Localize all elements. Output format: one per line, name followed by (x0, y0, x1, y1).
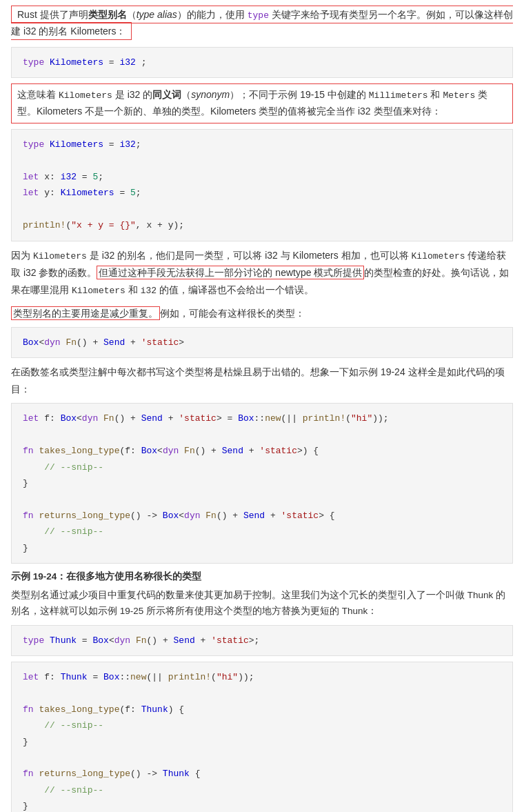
caption1-desc-text: 类型别名通过减少项目中重复代码的数量来使其更加易于控制。这里我们为这个冗长的类型… (11, 590, 505, 616)
para3-section: 因为 Kilometers 是 i32 的别名，他们是同一类型，可以将 i32 … (11, 247, 513, 299)
code6-line8: // --snip-- (23, 782, 501, 798)
code4-line9: } (23, 540, 501, 556)
code6-line5: } (23, 734, 501, 750)
code1-eq: = (109, 57, 120, 68)
intro-text-5-close: ）的能力，使用 (177, 9, 248, 20)
intro-text-3: （ (127, 9, 137, 20)
intro-bold-label: 类型别名 (88, 9, 127, 20)
para5-section: 在函数签名或类型注解中每次都书写这个类型将是枯燥且易于出错的。想象一下如示例 1… (11, 364, 513, 397)
intro-text-1: Rust 提供了声明 (17, 9, 88, 20)
code5-semi: ; (254, 635, 260, 646)
code6-line9: } (23, 798, 501, 812)
caption-desc-1: 类型别名通过减少项目中重复代码的数量来使其更加易于控制。这里我们为这个冗长的类型… (11, 588, 513, 620)
code3-static: 'static (141, 337, 179, 348)
code2-line6: println!("x + y = {}", x + y); (23, 217, 501, 233)
code5-box: Box (92, 635, 108, 646)
code5-lt: < (109, 635, 114, 646)
code4-blank2 (23, 491, 501, 507)
code5-gt: > (249, 635, 254, 646)
kw-type-1: type (23, 57, 44, 68)
para2-text-1: 这意味着 Kilometers 是 i32 的同义词（synonym）；不同于示… (17, 89, 487, 117)
code4-line3: fn takes_long_type(f: Box<dyn Fn() + Sen… (23, 443, 501, 459)
code2-line4: let y: Kilometers = 5; (23, 185, 501, 201)
caption-1: 示例 19-24：在很多地方使用名称很长的类型 (11, 569, 513, 585)
code-block-5: type Thunk = Box<dyn Fn() + Send + 'stat… (11, 625, 513, 656)
code2-blank2 (23, 201, 501, 217)
code-block-2: type Kilometers = i32; let x: i32 = 5; l… (11, 129, 513, 241)
code4-line5: } (23, 475, 501, 491)
para4-text-2: 例如，可能会有这样很长的类型： (160, 308, 305, 319)
code6-line1: let f: Thunk = Box::new(|| println!("hi"… (23, 669, 501, 685)
code1-kilometers: Kilometers (50, 57, 103, 68)
code3-angle-close: > (179, 337, 184, 348)
code5-send: Send (174, 635, 195, 646)
code5-fn: Fn (136, 635, 147, 646)
para4-section: 类型别名的主要用途是减少重复。例如，可能会有这样很长的类型： (11, 305, 513, 322)
code4-blank1 (23, 427, 501, 443)
code5-static: 'static (211, 635, 249, 646)
code1-i32: i32 (119, 57, 135, 68)
code5-thunk: Thunk (50, 635, 77, 646)
code2-line3: let x: i32 = 5; (23, 169, 501, 185)
code-block-4: let f: Box<dyn Fn() + Send + 'static> = … (11, 403, 513, 564)
intro-type-keyword: type (248, 10, 269, 21)
para2-highlight: 这意味着 Kilometers 是 i32 的同义词（synonym）；不同于示… (11, 83, 513, 123)
code6-line4: // --snip-- (23, 717, 501, 733)
code1-semi: ; (141, 57, 147, 68)
code3-box: Box (23, 337, 39, 348)
code2-line1: type Kilometers = i32; (23, 137, 501, 152)
code5-dyn: dyn (114, 635, 130, 646)
para4-highlight: 类型别名的主要用途是减少重复。 (11, 306, 160, 320)
code-block-3: Box<dyn Fn() + Send + 'static> (11, 327, 513, 358)
code3-fn-parens: () + (77, 337, 103, 348)
code4-line7: fn returns_long_type() -> Box<dyn Fn() +… (23, 508, 501, 524)
code3-dyn: dyn (44, 337, 60, 348)
para5-text: 在函数签名或类型注解中每次都书写这个类型将是枯燥且易于出错的。想象一下如示例 1… (11, 366, 505, 395)
code-block-1: type Kilometers = i32 ; (11, 47, 513, 78)
code2-blank1 (23, 153, 501, 169)
intro-italic-label: type alias (137, 9, 177, 20)
code6-line7: fn returns_long_type() -> Thunk { (23, 766, 501, 782)
code-block-6: let f: Thunk = Box::new(|| println!("hi"… (11, 662, 513, 812)
code4-line1: let f: Box<dyn Fn() + Send + 'static> = … (23, 410, 501, 426)
code4-line4: // --snip-- (23, 459, 501, 475)
para3-highlight: 但通过这种手段无法获得上一部分讨论的 newtype 模式所提供 (97, 266, 364, 279)
code6-blank2 (23, 750, 501, 766)
code3-send: Send (103, 337, 125, 348)
caption1-text: 示例 19-24：在很多地方使用名称很长的类型 (11, 571, 201, 582)
intro-highlight-box: Rust 提供了声明类型别名（type alias）的能力，使用 type 关键… (11, 6, 513, 40)
intro-section: Rust 提供了声明类型别名（type alias）的能力，使用 type 关键… (11, 7, 513, 40)
code6-line3: fn takes_long_type(f: Thunk) { (23, 702, 501, 717)
code3-fn: Fn (66, 337, 77, 348)
code6-blank1 (23, 686, 501, 702)
kw-type-5: type (23, 635, 44, 646)
code3-plus2: + (125, 337, 141, 348)
code4-line8: // --snip-- (23, 524, 501, 539)
page-container: Rust 提供了声明类型别名（type alias）的能力，使用 type 关键… (11, 7, 513, 812)
code5-eq: = (82, 635, 93, 646)
